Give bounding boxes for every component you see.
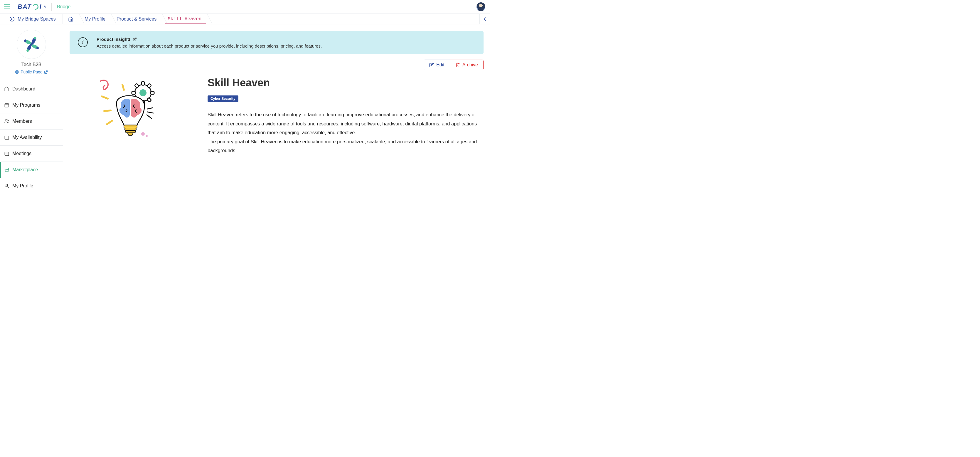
calendar-icon [4, 151, 10, 156]
insight-body: Product insight! Access detailed informa… [97, 37, 322, 48]
home-icon [68, 16, 73, 22]
sidebar-item-my-profile[interactable]: My Profile [0, 178, 63, 194]
svg-rect-35 [125, 128, 136, 131]
logo-registered: ® [44, 5, 46, 8]
archive-label: Archive [462, 62, 478, 68]
top-header: BATI® Bridge [0, 0, 490, 14]
sidebar-item-label: Members [12, 119, 32, 124]
main-layout: Tech B2B Public Page Dashboard My Progra… [0, 24, 490, 215]
header-divider [51, 3, 52, 11]
svg-rect-20 [5, 152, 9, 156]
main-content: i Product insight! Access detailed infor… [63, 24, 490, 215]
pinwheel-icon [21, 34, 42, 55]
logo-text-left: BAT [18, 3, 32, 11]
brain-bulb-icon [94, 76, 171, 144]
chevron-left-icon [483, 17, 487, 21]
svg-point-16 [7, 120, 9, 121]
product-illustration [70, 76, 196, 144]
breadcrumb-label: My Profile [84, 16, 105, 22]
breadcrumb-list: My Profile Product & Services Skill Heav… [63, 14, 207, 24]
trash-icon [455, 62, 460, 67]
space-name: Tech B2B [0, 62, 63, 67]
globe-icon [15, 70, 19, 74]
user-avatar[interactable] [477, 2, 485, 11]
svg-point-25 [140, 89, 146, 96]
edit-icon [429, 62, 434, 67]
sidebar-item-label: My Programs [12, 102, 40, 108]
svg-rect-29 [151, 91, 154, 94]
svg-rect-26 [142, 82, 145, 85]
product-paragraph-2: The primary goal of Skill Heaven is to m… [208, 137, 484, 155]
external-link-icon[interactable] [133, 37, 137, 41]
back-arrow-icon [10, 16, 15, 22]
breadcrumb-home[interactable] [63, 14, 79, 24]
sidebar-item-meetings[interactable]: Meetings [0, 146, 63, 162]
svg-rect-36 [126, 131, 135, 133]
sidebar-item-label: My Profile [12, 183, 33, 189]
sidebar-item-my-availability[interactable]: My Availability [0, 129, 63, 146]
logo-text-right: I [40, 3, 42, 11]
hamburger-menu-button[interactable] [2, 2, 12, 11]
home-icon [4, 86, 10, 92]
logo-swirl-icon [32, 3, 39, 11]
back-to-spaces-link[interactable]: My Bridge Spaces [0, 14, 63, 24]
calendar-icon [4, 102, 10, 108]
storefront-icon [4, 167, 10, 172]
product-info: Skill Heaven Cyber Security Skill Heaven… [208, 76, 484, 155]
breadcrumb-my-profile[interactable]: My Profile [79, 14, 111, 24]
svg-point-7 [34, 37, 36, 39]
collapse-panel-button[interactable] [479, 14, 490, 24]
svg-point-8 [37, 47, 39, 49]
sidebar-item-label: Marketplace [12, 167, 38, 172]
insight-title-row: Product insight! [97, 37, 322, 42]
breadcrumb-bar: My Bridge Spaces My Profile Product & Se… [0, 14, 490, 24]
product-paragraph-1: Skill Heaven refers to the use of techno… [208, 110, 484, 137]
sidebar-item-dashboard[interactable]: Dashboard [0, 81, 63, 97]
space-logo [17, 30, 46, 59]
product-content-row: Skill Heaven Cyber Security Skill Heaven… [70, 74, 484, 155]
sidebar-item-marketplace[interactable]: Marketplace [0, 162, 63, 178]
svg-point-22 [6, 184, 8, 186]
info-icon: i [78, 37, 88, 47]
public-page-label: Public Page [21, 70, 43, 74]
svg-point-9 [26, 49, 29, 52]
svg-line-23 [134, 38, 136, 39]
space-block: Tech B2B Public Page [0, 24, 63, 81]
product-title: Skill Heaven [208, 76, 484, 89]
breadcrumb-skill-heaven[interactable]: Skill Heaven [162, 14, 207, 24]
external-link-icon [44, 70, 48, 74]
breadcrumb-label: Skill Heaven [168, 16, 201, 22]
svg-rect-13 [5, 104, 9, 107]
breadcrumb-product-services[interactable]: Product & Services [111, 14, 162, 24]
product-link[interactable]: Bridge [57, 4, 70, 10]
edit-label: Edit [436, 62, 444, 68]
action-row: Edit Archive [70, 60, 484, 70]
svg-line-12 [46, 70, 47, 72]
svg-point-15 [5, 119, 7, 121]
archive-button[interactable]: Archive [450, 60, 484, 70]
svg-point-38 [146, 135, 148, 137]
insight-title: Product insight! [97, 37, 130, 42]
product-description: Skill Heaven refers to the use of techno… [208, 110, 484, 155]
insight-banner: i Product insight! Access detailed infor… [70, 31, 484, 54]
sidebar-nav: Dashboard My Programs Members My Availab… [0, 81, 63, 194]
svg-rect-34 [124, 125, 137, 128]
svg-point-37 [141, 132, 145, 136]
svg-rect-28 [132, 91, 135, 94]
calendar-minus-icon [4, 135, 10, 140]
sidebar-item-my-programs[interactable]: My Programs [0, 97, 63, 113]
sidebar-item-members[interactable]: Members [0, 113, 63, 129]
edit-button[interactable]: Edit [424, 60, 450, 70]
breadcrumb-label: Product & Services [116, 16, 156, 22]
app-logo[interactable]: BATI® [18, 3, 46, 11]
sidebar: Tech B2B Public Page Dashboard My Progra… [0, 24, 63, 215]
sidebar-item-label: My Availability [12, 135, 42, 140]
svg-point-6 [24, 39, 26, 42]
public-page-link[interactable]: Public Page [15, 70, 48, 74]
sidebar-item-label: Dashboard [12, 86, 35, 92]
insight-description: Access detailed information about each p… [97, 43, 322, 48]
svg-rect-17 [5, 136, 9, 140]
back-label: My Bridge Spaces [18, 16, 56, 22]
menu-icon [4, 5, 10, 9]
users-icon [4, 119, 10, 124]
